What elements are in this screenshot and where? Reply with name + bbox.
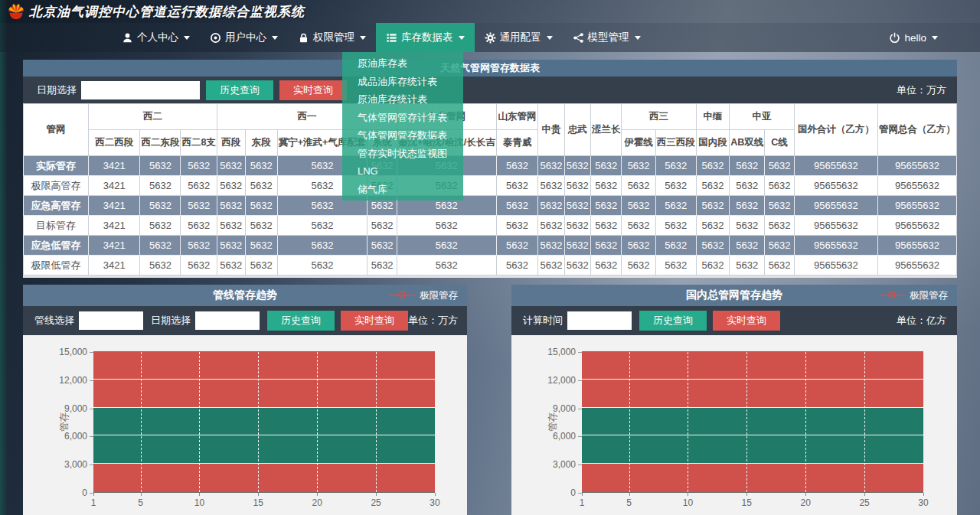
table-panel-titlebar: 天然气管网管存数据表 (23, 60, 957, 77)
value-cell: 5632 (245, 216, 277, 236)
value-cell: 5632 (655, 216, 696, 236)
value-cell: 3421 (88, 256, 140, 275)
nav-item-label: 个人中心 (137, 31, 178, 44)
chart-area: 03,0006,0009,00012,00015,000151015202530… (23, 335, 467, 515)
chart-input[interactable] (195, 311, 260, 330)
table-toolbar: 日期选择 历史查询 实时查询 单位：万方 (23, 77, 957, 103)
realtime-query-button[interactable]: 实时查询 (341, 311, 408, 331)
value-cell: 5632 (564, 216, 590, 236)
h-gridline (582, 379, 923, 380)
x-axis-tick (746, 493, 747, 496)
nav-item-2[interactable]: 用户中心 (200, 23, 288, 52)
x-axis-tick-label: 10 (188, 497, 211, 508)
nav-item-6[interactable]: 模型管理 (563, 23, 651, 52)
chart-plot (582, 352, 923, 493)
y-axis-tick (578, 352, 582, 353)
value-cell: 5632 (590, 156, 622, 176)
value-cell: 5632 (696, 196, 730, 216)
value-cell: 5632 (368, 216, 397, 236)
history-query-button[interactable]: 历史查询 (206, 80, 273, 100)
value-cell: 95655632 (794, 156, 877, 176)
corner-header-cell: 管网 (24, 104, 89, 156)
list-icon (386, 32, 397, 44)
value-cell: 5632 (765, 156, 795, 176)
chart-input[interactable] (567, 311, 632, 330)
y-axis-title: 管存 (547, 412, 560, 432)
y-axis-tick (578, 409, 582, 409)
value-cell: 5632 (590, 236, 622, 256)
value-cell: 5632 (368, 256, 397, 275)
value-cell: 5632 (181, 176, 217, 196)
history-query-button[interactable]: 历史查询 (267, 311, 335, 331)
main-navbar: 个人中心用户中心权限管理库存数据表通用配置模型管理 hello (0, 23, 980, 52)
dropdown-item[interactable]: 气体管网管存数据表 (342, 126, 463, 145)
chart-input-label: 计算时间 (523, 314, 563, 328)
value-cell: 5632 (590, 176, 622, 196)
table-row: 极限低管存34215632563256325632563256325632563… (24, 256, 957, 275)
h-gridline (93, 435, 435, 435)
dropdown-item[interactable]: 储气库 (342, 181, 463, 199)
x-axis-tick (688, 493, 688, 496)
value-cell: 5632 (397, 256, 496, 275)
x-axis-tick (141, 493, 142, 496)
dropdown-item[interactable]: 成品油库存统计表 (342, 73, 463, 91)
value-cell: 95655632 (877, 196, 956, 216)
x-axis-tick (923, 493, 924, 496)
value-cell: 5632 (590, 216, 622, 236)
dropdown-item[interactable]: LNG (342, 162, 463, 181)
value-cell: 5632 (538, 176, 564, 196)
history-query-button[interactable]: 历史查询 (639, 311, 707, 331)
value-cell: 5632 (765, 236, 795, 256)
column-header-cell: 东段 (245, 130, 277, 156)
chart-band-high-limit-zone (582, 351, 923, 408)
value-cell: 5632 (245, 156, 277, 176)
nav-item-1[interactable]: 个人中心 (112, 23, 200, 52)
v-gridline (317, 352, 318, 492)
value-cell: 5632 (538, 196, 564, 216)
value-cell: 95655632 (794, 236, 877, 256)
x-axis-tick-label: 15 (735, 497, 758, 508)
dropdown-item[interactable]: 气体管网管存计算表 (342, 109, 463, 127)
column-header-cell: 西二8支 (181, 130, 217, 156)
realtime-query-button[interactable]: 实时查询 (279, 80, 347, 100)
y-axis-tick (578, 436, 582, 437)
x-axis-tick-label: 5 (618, 497, 641, 508)
table-row: 应急低管存34215632563256325632563256325632563… (24, 236, 957, 256)
nav-items: 个人中心用户中心权限管理库存数据表通用配置模型管理 (112, 23, 651, 52)
value-cell: 5632 (622, 216, 655, 236)
y-axis-tick-label: 15,000 (530, 347, 576, 357)
nav-user-menu[interactable]: hello (879, 23, 948, 52)
dropdown-item[interactable]: 原油库存表 (342, 54, 463, 73)
value-cell: 5632 (622, 196, 655, 216)
x-axis-tick (629, 493, 630, 496)
value-cell: 5632 (696, 256, 730, 275)
column-header-cell: 西二东段 (140, 130, 181, 156)
nav-item-5[interactable]: 通用配置 (475, 23, 563, 52)
chart-legend: 极限管存 (879, 285, 948, 306)
nav-item-3[interactable]: 权限管理 (288, 23, 376, 52)
h-gridline (93, 407, 435, 408)
dropdown-item[interactable]: 原油库存统计表 (342, 90, 463, 109)
value-cell: 5632 (140, 176, 181, 196)
value-cell: 5632 (181, 216, 217, 236)
h-gridline (582, 463, 923, 464)
app-title: 北京油气调控中心管道运行数据综合监视系统 (29, 3, 305, 21)
chart-input[interactable] (79, 311, 143, 330)
value-cell: 5632 (496, 176, 538, 196)
v-gridline (629, 352, 630, 492)
petrochina-logo-icon (6, 2, 26, 21)
value-cell: 5632 (564, 236, 590, 256)
nav-item-4[interactable]: 库存数据表 (376, 23, 475, 52)
h-gridline (93, 463, 435, 464)
table-row: 极限高管存34215632563256325632563256325632563… (24, 176, 957, 196)
x-axis-tick (93, 493, 94, 496)
date-select-input[interactable] (81, 81, 200, 99)
chart-plot (93, 352, 435, 493)
dropdown-item[interactable]: 管存实时状态监视图 (342, 145, 463, 163)
realtime-query-button[interactable]: 实时查询 (713, 311, 780, 331)
y-axis-tick-label: 3,000 (530, 459, 576, 470)
column-header-cell: 国内段 (696, 130, 730, 156)
chevron-down-icon (360, 36, 366, 40)
value-cell: 5632 (564, 256, 590, 275)
y-axis-tick (578, 464, 582, 465)
